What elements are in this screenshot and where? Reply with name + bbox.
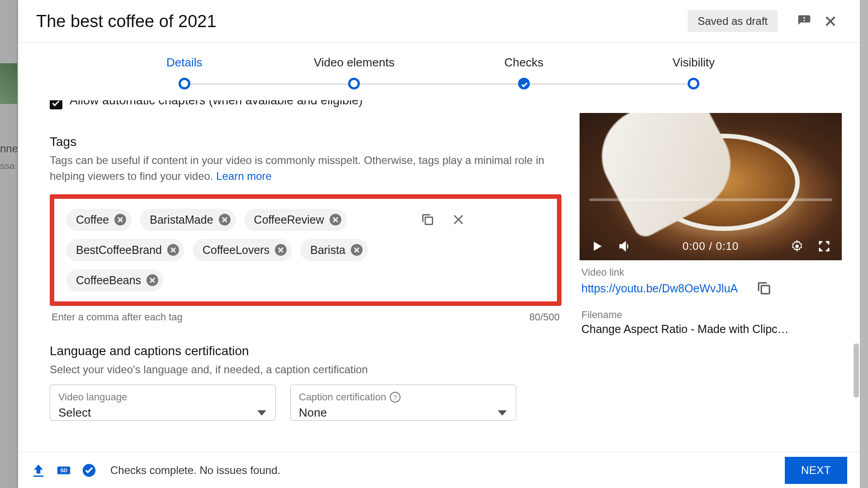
tag-chip: CoffeeLovers [193, 239, 292, 261]
dialog-title: The best coffee of 2021 [36, 12, 688, 31]
clear-tags-icon[interactable] [451, 212, 466, 227]
video-link-block: Video link https://youtu.be/Dw8OeWvJluA [580, 260, 842, 303]
bg-text: ssa [0, 160, 17, 171]
language-heading: Language and captions certification [50, 344, 561, 358]
backdrop: nne ssa [0, 0, 18, 488]
tag-chip: BaristaMade [140, 209, 236, 231]
remove-tag-icon[interactable] [219, 214, 231, 225]
sd-badge-icon: SD [56, 463, 71, 478]
remove-tag-icon[interactable] [114, 214, 126, 225]
chevron-down-icon [257, 410, 266, 416]
play-icon[interactable] [590, 239, 604, 253]
video-language-label: Video language [58, 391, 267, 403]
upload-dialog: The best coffee of 2021 Saved as draft D… [18, 0, 860, 488]
checkbox-checked-icon[interactable] [50, 100, 62, 109]
caption-cert-select[interactable]: Caption certification ? None [290, 385, 516, 421]
step-dot [179, 78, 190, 89]
caption-cert-label: Caption certification ? [299, 391, 508, 403]
tags-description: Tags can be useful if content in your vi… [50, 153, 561, 184]
tags-heading: Tags [50, 135, 561, 149]
tags-input-box[interactable]: Coffee BaristaMade CoffeeReview BestCoff… [50, 194, 561, 306]
remove-tag-icon[interactable] [146, 274, 158, 286]
tag-chip: Barista [300, 239, 368, 261]
video-preview[interactable]: 0:00 / 0:10 [580, 113, 842, 260]
next-button[interactable]: NEXT [785, 457, 847, 484]
save-status-chip: Saved as draft [688, 10, 778, 32]
svg-text:SD: SD [60, 468, 67, 473]
dialog-header: The best coffee of 2021 Saved as draft [18, 0, 860, 43]
content-area: Allow automatic chapters (when available… [18, 90, 860, 452]
stepper: Details Video elements Checks Visibility [18, 43, 860, 90]
progress-rail[interactable] [590, 198, 832, 201]
svg-rect-0 [425, 217, 433, 224]
step-visibility[interactable]: Visibility [609, 56, 779, 90]
step-dot-done [518, 78, 530, 89]
learn-more-link[interactable]: Learn more [216, 170, 272, 182]
video-language-select[interactable]: Video language Select [50, 385, 276, 421]
video-language-value: Select [58, 406, 267, 420]
settings-icon[interactable] [790, 239, 804, 253]
checks-status: Checks complete. No issues found. [110, 464, 775, 477]
auto-chapters-label: Allow automatic chapters (when available… [70, 100, 363, 108]
copy-tags-icon[interactable] [420, 212, 435, 227]
bg-text: nne [0, 142, 17, 155]
caption-cert-value: None [299, 406, 508, 420]
step-checks[interactable]: Checks [439, 56, 609, 90]
copy-link-icon[interactable] [756, 280, 772, 296]
preview-panel: 0:00 / 0:10 Video link https://youtu.be/… [580, 90, 842, 452]
filename-label: Filename [581, 309, 840, 321]
tag-chip: BestCoffeeBrand [66, 239, 184, 261]
filename-block: Filename Change Aspect Ratio - Made with… [580, 303, 842, 342]
svg-rect-3 [33, 475, 44, 477]
video-link[interactable]: https://youtu.be/Dw8OeWvJluA [581, 282, 738, 295]
tags-chip-list: Coffee BaristaMade CoffeeReview BestCoff… [66, 209, 414, 291]
tag-chip: CoffeeBeans [66, 269, 164, 291]
step-dot [348, 78, 360, 89]
tag-chip: Coffee [66, 209, 132, 231]
chevron-down-icon [498, 410, 507, 416]
help-icon[interactable]: ? [390, 392, 401, 403]
feedback-icon[interactable] [793, 10, 816, 33]
fullscreen-icon[interactable] [817, 239, 831, 253]
svg-point-1 [795, 245, 799, 249]
check-circle-icon [81, 463, 97, 478]
language-dropdowns: Video language Select Caption certificat… [50, 385, 561, 421]
remove-tag-icon[interactable] [330, 214, 341, 225]
tags-counter: 80/500 [529, 311, 560, 323]
step-video-elements[interactable]: Video elements [269, 56, 439, 90]
language-description: Select your video's language and, if nee… [50, 362, 561, 378]
bg-thumbnail [0, 63, 17, 104]
upload-icon[interactable] [31, 463, 46, 478]
player-controls: 0:00 / 0:10 [580, 232, 842, 260]
video-link-label: Video link [581, 267, 840, 278]
remove-tag-icon[interactable] [275, 244, 287, 256]
auto-chapters-row[interactable]: Allow automatic chapters (when available… [50, 100, 561, 111]
remove-tag-icon[interactable] [167, 244, 179, 256]
tags-meta: Enter a comma after each tag 80/500 [50, 310, 561, 323]
playback-time: 0:00 / 0:10 [645, 240, 777, 253]
dialog-footer: SD Checks complete. No issues found. NEX… [18, 452, 860, 488]
tags-hint: Enter a comma after each tag [52, 311, 183, 323]
step-dot [688, 78, 699, 89]
tag-chip: CoffeeReview [244, 209, 347, 231]
filename-value: Change Aspect Ratio - Made with Clipc… [581, 323, 840, 336]
scrollbar[interactable] [854, 343, 859, 398]
remove-tag-icon[interactable] [351, 244, 363, 256]
close-icon[interactable] [819, 10, 842, 33]
svg-rect-2 [761, 286, 769, 294]
details-form: Allow automatic chapters (when available… [36, 90, 561, 452]
tags-actions [420, 209, 466, 227]
volume-icon[interactable] [618, 239, 631, 253]
step-details[interactable]: Details [99, 56, 269, 90]
